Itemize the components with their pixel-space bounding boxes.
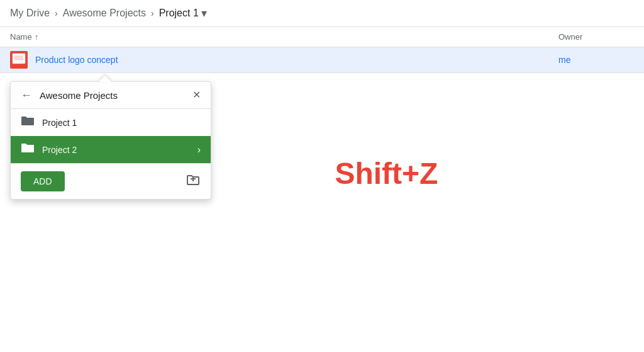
file-name: Product logo concept <box>35 55 558 65</box>
column-owner: Owner <box>558 32 634 42</box>
svg-rect-4 <box>14 55 23 60</box>
close-button[interactable]: ✕ <box>192 90 201 100</box>
column-name-label: Name <box>10 32 32 42</box>
shortcut-hint: Shift+Z <box>335 156 438 191</box>
sort-arrow-icon[interactable]: ↑ <box>35 32 39 42</box>
dropdown-header: ← Awesome Projects ✕ <box>11 82 211 109</box>
main-content: Product logo concept me ← Awesome Projec… <box>0 47 644 299</box>
file-icon <box>10 51 28 69</box>
folder-name-project2: Project 2 <box>42 145 190 155</box>
chevron-right-icon: › <box>197 144 201 156</box>
breadcrumb-awesome-projects[interactable]: Awesome Projects <box>63 8 146 19</box>
back-button[interactable]: ← <box>21 89 32 101</box>
dropdown-title: Awesome Projects <box>40 90 185 101</box>
breadcrumb-current: Project 1 ▾ <box>159 6 207 20</box>
new-folder-button[interactable] <box>186 173 201 191</box>
file-owner: me <box>558 55 634 65</box>
folder-item-project2[interactable]: Project 2 › <box>11 136 211 163</box>
file-row[interactable]: Product logo concept me <box>0 47 644 73</box>
add-button[interactable]: ADD <box>21 171 65 191</box>
separator-2: › <box>151 8 154 18</box>
breadcrumb-current-label: Project 1 <box>159 8 199 19</box>
dropdown-footer: ADD <box>11 163 211 199</box>
folder-icon-project1 <box>21 115 35 130</box>
separator-1: › <box>55 8 58 18</box>
breadcrumb: My Drive › Awesome Projects › Project 1 … <box>0 0 644 27</box>
folder-icon-project2 <box>21 142 35 157</box>
chevron-down-icon[interactable]: ▾ <box>201 6 207 20</box>
breadcrumb-mydrive[interactable]: My Drive <box>10 8 50 19</box>
dropdown-panel: ← Awesome Projects ✕ Project 1 <box>10 81 211 200</box>
folder-item-project1[interactable]: Project 1 <box>11 109 211 136</box>
table-header: Name ↑ Owner <box>0 27 644 47</box>
column-name: Name ↑ <box>10 32 558 42</box>
folder-name-project1: Project 1 <box>42 118 201 128</box>
dropdown-arrow <box>99 76 111 82</box>
